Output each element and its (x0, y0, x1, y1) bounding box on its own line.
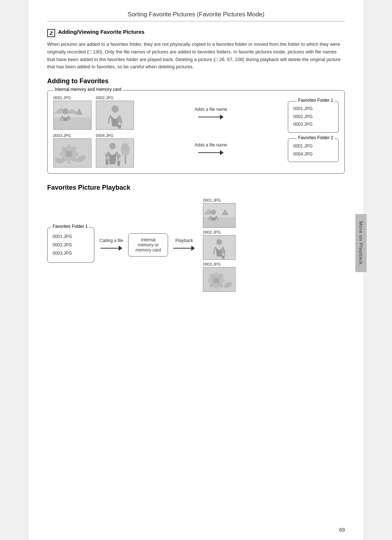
svg-point-10 (111, 105, 119, 113)
filename-0002: 0002.JPG (96, 96, 114, 100)
svg-point-23 (66, 151, 72, 157)
result-filename-0002: 0002.JPG (203, 230, 221, 234)
fav-folder-box: Favorites Folder 1 0001.JPG 0002.JPG 000… (47, 227, 94, 263)
fav-files: 0001.JPG 0002.JPG 0003.JPG (53, 233, 89, 257)
result-img-0003: 0003.JPG (203, 262, 236, 292)
note-title: Adding/Viewing Favorite Pictures (58, 29, 144, 35)
note-icon: Z (47, 29, 55, 37)
page-number: 69 (339, 527, 345, 533)
playback-diagram: Favorites Folder 1 0001.JPG 0002.JPG 000… (47, 198, 345, 292)
img-0004 (96, 138, 134, 168)
filename-0003: 0003.JPG (53, 133, 71, 138)
note-body: When pictures are added to a favorites f… (47, 41, 345, 71)
filename-0004: 0004.JPG (96, 133, 114, 138)
arrow-right-1 (198, 113, 224, 121)
folder-2: Favorites Folder 2 0001.JPG 0004.JPG (288, 138, 339, 162)
svg-point-43 (221, 249, 225, 253)
folder-1-files: 0001.JPG 0002.JPG 0003.JPG (293, 105, 333, 129)
middle-arrows: Adds a file name Adds a file name (134, 107, 288, 156)
result-img-0001: 0001.JPG (203, 198, 236, 228)
internal-memory-label: Internalmemory ormemory card (135, 237, 161, 253)
playback-section: Favorites Picture Playback Favorites Fol… (47, 184, 345, 292)
calling-arrow: Calling a file (94, 238, 128, 252)
page-header: Sorting Favorite Pictures (Favorite Pict… (47, 11, 345, 21)
arrow-label-2: Adds a file name (195, 142, 227, 148)
side-tab: More on Playback (355, 214, 367, 272)
adding-heading: Adding to Favorites (47, 77, 345, 85)
img-0001 (53, 101, 91, 130)
folders: Favorites Folder 1 0001.JPG 0002.JPG 000… (288, 101, 339, 162)
playback-heading: Favorites Picture Playback (47, 184, 345, 192)
svg-point-30 (109, 143, 116, 149)
arrow-1: Adds a file name (195, 107, 227, 121)
svg-point-32 (117, 154, 121, 158)
note-section: Z Adding/Viewing Favorite Pictures (47, 29, 345, 37)
svg-point-39 (211, 210, 216, 215)
img-0002 (96, 101, 134, 130)
folder-1: Favorites Folder 1 0001.JPG 0002.JPG 000… (288, 101, 339, 133)
svg-point-11 (117, 117, 122, 122)
svg-point-55 (213, 278, 219, 283)
source-label: Internal memory and memory card (53, 87, 123, 92)
result-img-placeholder-0001 (203, 203, 236, 228)
filename-0001: 0001.JPG (53, 96, 71, 100)
arrow-2: Adds a file name (195, 142, 227, 156)
svg-point-7 (62, 108, 68, 114)
page: Sorting Favorite Pictures (Favorite Pict… (29, 0, 363, 540)
svg-rect-2 (54, 117, 91, 129)
result-img-0002: 0002.JPG (203, 230, 236, 260)
svg-rect-35 (203, 217, 235, 227)
result-images: 0001.JPG (203, 198, 236, 292)
playback-arrow-right (173, 245, 195, 252)
internal-memory-box: Internalmemory ormemory card (128, 233, 168, 257)
adding-diagram: Internal memory and memory card 0001.JPG (47, 90, 345, 174)
folder-2-label: Favorites Folder 2 (297, 135, 335, 140)
side-tab-label: More on Playback (355, 214, 367, 272)
fav-folder-label: Favorites Folder 1 (51, 224, 89, 229)
img-cell-0002: 0002.JPG (96, 96, 134, 130)
folder-1-label: Favorites Folder 1 (297, 98, 335, 103)
img-cell-0003: 0003.JPG (53, 133, 91, 168)
arrow-label-1: Adds a file name (195, 107, 227, 112)
result-filename-0003: 0003.JPG (203, 262, 221, 266)
calling-label: Calling a file (99, 238, 123, 243)
img-0003 (53, 138, 91, 168)
svg-point-29 (121, 143, 130, 156)
source-row-2: 0003.JPG (53, 133, 134, 168)
arrow-right-2 (198, 149, 224, 156)
result-img-placeholder-0002 (203, 235, 236, 260)
source-images: 0001.JPG (53, 96, 134, 168)
result-img-placeholder-0003 (203, 267, 236, 292)
source-row-1: 0001.JPG (53, 96, 134, 130)
svg-point-42 (216, 239, 222, 245)
img-cell-0001: 0001.JPG (53, 96, 91, 130)
result-filename-0001: 0001.JPG (203, 198, 221, 202)
playback-label: Playback (175, 238, 193, 243)
calling-arrow-right (101, 245, 122, 252)
img-cell-0004: 0004.JPG (96, 133, 134, 168)
svg-point-31 (105, 153, 109, 157)
folder-2-files: 0001.JPG 0004.JPG (293, 142, 333, 158)
playback-arrow: Playback (168, 238, 200, 252)
